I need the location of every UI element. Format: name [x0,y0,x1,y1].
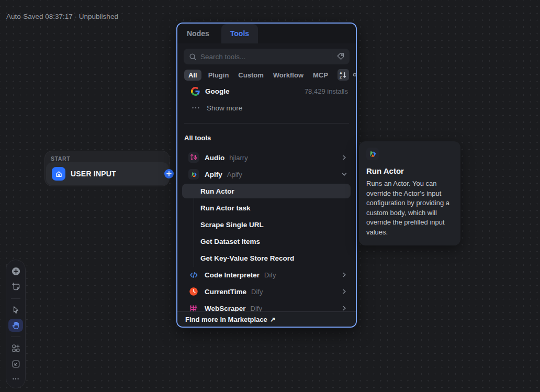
tool-detail-tooltip: Run Actor Runs an Actor. You can overrid… [359,141,460,245]
pointer-mode-button[interactable] [8,304,23,317]
provider-current-time[interactable]: CurrentTime Dify [177,284,356,299]
provider-name: Apify [205,171,222,178]
tooltip-description: Runs an Actor. You can override the Acto… [366,179,453,237]
external-link-arrow-icon: ↗ [270,316,276,323]
audio-tool-icon [188,152,199,163]
provider-author: Dify [251,288,263,296]
code-icon [188,270,199,280]
search-icon [189,53,197,61]
provider-author: hjlarry [229,154,248,162]
tool-scrape-single-url[interactable]: Scrape Single URL [200,216,348,233]
search-divider [332,53,332,60]
provider-name: Code Interpreter [205,271,260,279]
chevron-down-icon [341,171,348,178]
marketplace-plugin-google[interactable]: Google 78,429 installs [177,84,356,98]
start-node-card[interactable]: USER INPUT [46,162,169,185]
filter-all[interactable]: All [184,70,201,81]
search-input[interactable] [200,53,328,61]
filter-custom[interactable]: Custom [238,71,263,79]
tree-view-icon[interactable] [351,69,357,81]
plugin-name: Google [205,87,230,95]
tag-filter-icon[interactable] [336,52,345,61]
google-icon [190,86,200,96]
ellipsis-icon [192,104,200,112]
home-icon [52,167,65,181]
start-node-title: USER INPUT [71,170,116,178]
more-options-button[interactable] [8,373,23,386]
panel-tabs: Nodes Tools [177,24,356,43]
organize-blocks-button[interactable] [8,342,23,355]
show-more-button[interactable]: Show more [177,101,356,115]
provider-audio[interactable]: Audio hjlarry [177,150,356,165]
chevron-right-icon [341,288,348,295]
chevron-right-icon [341,154,348,161]
add-note-button[interactable] [8,280,23,293]
canvas-toolbar [6,260,26,388]
add-node-button[interactable] [8,265,23,278]
tool-get-dataset-items[interactable]: Get Dataset Items [200,233,348,250]
show-more-label: Show more [207,104,242,112]
filter-mcp[interactable]: MCP [313,71,328,79]
provider-author: Apify [227,171,242,178]
start-node-group[interactable]: START USER INPUT [44,151,170,186]
sort-az-icon[interactable]: AZ [338,69,349,81]
provider-code-interpreter[interactable]: Code Interpreter Dify [177,267,356,283]
provider-author: Dify [264,271,276,279]
tooltip-title: Run Actor [366,166,453,175]
filter-plugin[interactable]: Plugin [208,71,229,79]
filter-chips: All Plugin Custom Workflow MCP AZ [177,69,356,81]
block-selector-panel: Nodes Tools All Plugin Custom Workflow M… [176,23,357,328]
chevron-right-icon [341,271,348,278]
svg-text:Z: Z [340,75,342,79]
tab-nodes[interactable]: Nodes [187,24,209,43]
chevron-right-icon [341,305,348,312]
autosave-status: Auto-Saved 08:37:17 · Unpublished [6,13,118,20]
apify-tool-icon [188,169,199,180]
tab-tools[interactable]: Tools [221,24,258,43]
provider-name: Audio [205,154,224,162]
add-next-node-button[interactable] [164,169,174,178]
marketplace-link-label: Find more in Marketplace [185,316,267,323]
provider-name: CurrentTime [205,288,246,296]
tool-run-actor[interactable]: Run Actor [200,183,348,199]
all-tools-heading: All tools [184,134,211,142]
toolbar-divider [11,337,20,337]
section-divider [184,123,349,124]
apify-tool-icon-large [366,148,379,160]
fit-view-button[interactable] [8,357,23,370]
tool-get-kv-store-record[interactable]: Get Key-Value Store Record [200,250,348,266]
marketplace-link[interactable]: Find more in Marketplace ↗ [177,311,356,327]
svg-text:A: A [340,71,342,75]
toolbar-divider [11,298,20,299]
filter-workflow[interactable]: Workflow [273,71,303,79]
tool-run-actor-task[interactable]: Run Actor task [200,199,348,216]
provider-apify[interactable]: Apify Apify [177,166,356,182]
hand-mode-button[interactable] [8,319,23,332]
clock-icon [188,286,199,297]
install-count: 78,429 installs [305,87,348,95]
start-node-badge: START [51,155,70,162]
search-box [184,49,350,64]
